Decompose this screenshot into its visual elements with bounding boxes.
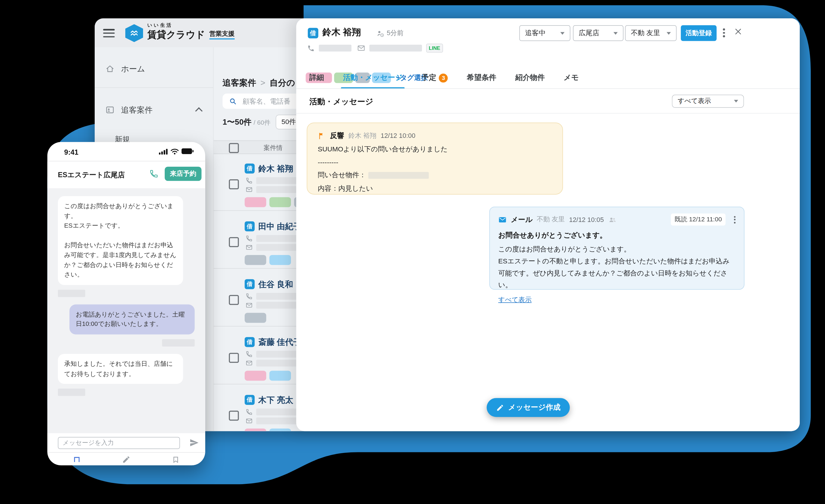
tab-紹介物件[interactable]: 紹介物件 <box>515 73 545 89</box>
tabs-divider <box>296 88 800 89</box>
mail-author: 不動 友里 <box>537 215 565 224</box>
wifi-icon <box>170 148 179 155</box>
row-customer-name[interactable]: 鈴木 裕翔 <box>258 163 293 174</box>
row-phone-line <box>246 351 304 358</box>
store-name: ESエステート広尾店 <box>58 170 125 180</box>
row-mail-line <box>246 186 304 193</box>
assignee-select[interactable]: 不動 友里 <box>625 25 677 41</box>
edit-tab-icon[interactable] <box>122 455 131 464</box>
tab-count-badge: 3 <box>439 73 448 82</box>
recipients-icon <box>608 216 616 224</box>
inquiry-author: 鈴木 裕翔 <box>348 131 377 140</box>
read-status-badge: 既読 12/12 11:00 <box>671 214 726 226</box>
tag-chip <box>269 429 291 431</box>
inquiry-line-4: 内容：内見したい <box>318 184 552 194</box>
call-icon[interactable] <box>149 169 158 178</box>
tenant-badge: 借 <box>245 221 254 231</box>
row-checkbox[interactable] <box>229 411 239 420</box>
mail-icon <box>246 359 253 366</box>
logo-main-text: 賃貸クラウド <box>147 30 205 39</box>
mail-card[interactable]: メール 不動 友里 12/12 10:05 既読 12/12 11:00 お問合… <box>489 206 744 290</box>
inquiry-card[interactable]: 反響 鈴木 裕翔 12/12 10:00 SUUMOより以下の問い合せがありまし… <box>307 122 563 195</box>
search-placeholder: 顧客名、電話番 <box>242 96 290 106</box>
message-input-placeholder: メッセージを入力 <box>63 438 114 447</box>
compose-message-button[interactable]: メッセージ作成 <box>486 398 570 417</box>
result-count: 1〜50件/ 60件 <box>223 117 271 127</box>
last-active-label: 5分前 <box>387 29 404 38</box>
contact-row: LINE <box>307 44 443 53</box>
phone-toolbar <box>48 453 205 465</box>
chevron-down-icon <box>667 32 671 34</box>
tenant-badge: 借 <box>245 395 254 405</box>
show-all-link[interactable]: すべて表示 <box>498 296 532 305</box>
person-clock-icon <box>376 29 385 37</box>
mail-icon <box>246 244 253 251</box>
sidebar-item-label: 追客案件 <box>121 105 153 115</box>
tenant-badge: 借 <box>245 279 254 289</box>
battery-icon <box>181 148 194 155</box>
mail-more-options-icon[interactable] <box>734 216 736 224</box>
row-checkbox[interactable] <box>229 237 239 247</box>
line-badge[interactable]: LINE <box>426 44 443 53</box>
tag-chip <box>245 197 266 207</box>
visit-reservation-button[interactable]: 来店予約 <box>165 167 202 181</box>
row-customer-name[interactable]: 住谷 良和 <box>258 279 293 290</box>
chevron-down-icon <box>613 32 618 34</box>
phone-icon <box>246 293 253 300</box>
sidebar-item-tsuikyaku[interactable]: 追客案件 <box>95 98 213 122</box>
chevron-up-icon[interactable] <box>195 107 203 114</box>
mail-body: この度はお問合せありがとうございます。 ESエステートの不動と申します。お問合せ… <box>498 244 736 291</box>
tab-希望条件[interactable]: 希望条件 <box>467 73 496 89</box>
count-range: 1〜50件 <box>223 117 251 126</box>
select-all-checkbox[interactable] <box>229 143 239 153</box>
hamburger-menu-icon[interactable] <box>103 29 115 37</box>
customer-name: 鈴木 裕翔 <box>322 26 361 38</box>
chat-bubble: 承知しました。それでは当日、店舗にてお待ちしております。 <box>58 354 183 384</box>
tab-メモ[interactable]: メモ <box>564 73 579 89</box>
register-activity-button[interactable]: 活動登録 <box>681 25 717 41</box>
timestamp-placeholder <box>162 339 195 347</box>
row-customer-name[interactable]: 田中 由紀子 <box>258 221 301 233</box>
bookmark-tab-icon[interactable] <box>172 455 180 464</box>
tab-予定[interactable]: 予定3 <box>422 73 448 89</box>
chat-tab-icon[interactable] <box>73 455 81 464</box>
row-checkbox[interactable] <box>229 179 239 189</box>
row-mail-line <box>246 302 304 309</box>
phone-input-bar: メッセージを入力 <box>48 433 205 453</box>
tenant-badge: 借 <box>245 337 254 347</box>
row-checkbox[interactable] <box>229 295 239 305</box>
store-select-value: 広尾店 <box>579 28 599 38</box>
sidebar-item-label: ホーム <box>121 64 145 74</box>
phone-chat-header: ESエステート広尾店 来店予約 <box>48 161 205 188</box>
more-options-icon[interactable] <box>723 28 725 37</box>
row-customer-name[interactable]: 木下 亮太 <box>258 395 293 406</box>
close-icon[interactable] <box>734 27 742 36</box>
chat-area: この度はお問合せありがとうございます。 ESエステートです。 お問合せいただいた… <box>48 188 205 433</box>
status-select[interactable]: 追客中 <box>519 25 571 41</box>
flag-icon <box>318 132 325 140</box>
send-icon[interactable] <box>190 438 199 447</box>
phone-mockup: 9:41 ESエステート広尾店 <box>48 142 205 466</box>
row-customer-name[interactable]: 斎藤 佳代子 <box>258 337 301 348</box>
customer-card-icon <box>105 105 115 115</box>
tag-chip <box>245 429 266 431</box>
breadcrumb-parent[interactable]: 追客案件 <box>223 78 256 87</box>
filter-select[interactable]: すべて表示 <box>672 95 744 108</box>
last-active: 5分前 <box>376 29 404 38</box>
chevron-down-icon <box>734 100 738 103</box>
message-input[interactable]: メッセージを入力 <box>58 437 180 449</box>
home-icon <box>105 64 115 74</box>
tab-活動・メッセージ[interactable]: 活動・メッセージ <box>343 73 402 89</box>
store-select[interactable]: 広尾店 <box>573 25 623 41</box>
inquiry-type-label: 反響 <box>330 131 344 141</box>
compose-button-label: メッセージ作成 <box>508 403 560 412</box>
app-logo: いい生活 賃貸クラウド 営業支援 <box>147 23 234 39</box>
chevron-down-icon <box>560 32 565 34</box>
row-checkbox[interactable] <box>229 353 239 363</box>
row-tag-chips <box>245 371 291 381</box>
phone-icon <box>246 409 253 415</box>
row-mail-line <box>246 359 304 366</box>
tab-詳細[interactable]: 詳細 <box>309 73 324 89</box>
sidebar-item-home[interactable]: ホーム <box>95 57 213 81</box>
phone-icon <box>307 45 315 52</box>
